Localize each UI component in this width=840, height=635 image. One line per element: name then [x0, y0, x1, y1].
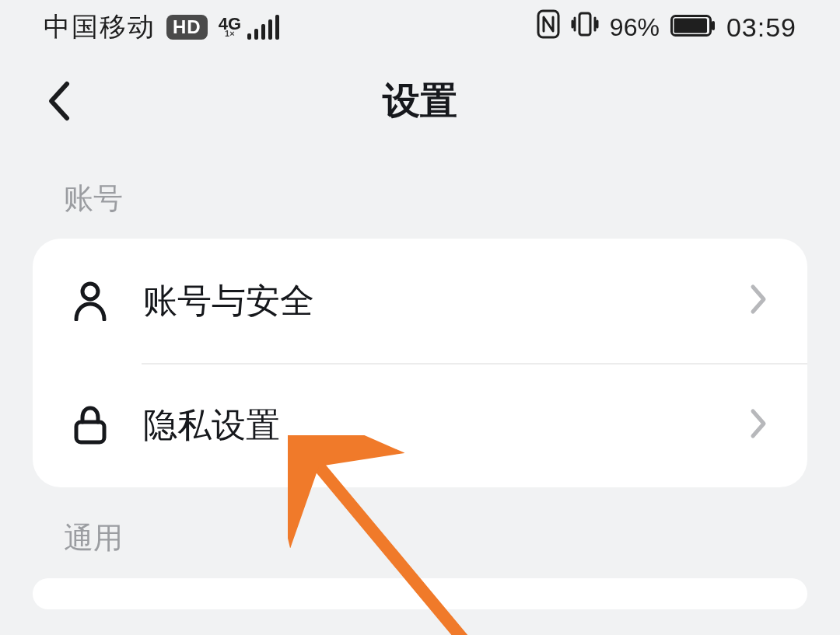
signal-strength-icon — [247, 15, 279, 40]
clock: 03:59 — [726, 12, 796, 43]
svg-rect-6 — [76, 422, 104, 442]
network-type-bottom: 1× — [225, 30, 235, 37]
card-general — [33, 578, 807, 609]
status-bar: 中国移动 HD 4G 1× 96% — [0, 0, 840, 54]
vibrate-icon — [571, 10, 599, 44]
section-header-account: 账号 — [33, 148, 807, 239]
carrier-label: 中国移动 — [44, 9, 156, 45]
back-button[interactable] — [34, 76, 84, 126]
card-account: 账号与安全 隐私设置 — [33, 239, 807, 487]
user-icon — [68, 279, 112, 323]
row-label-privacy-settings: 隐私设置 — [143, 403, 750, 448]
chevron-right-icon — [750, 408, 772, 442]
section-account: 账号 账号与安全 隐私设置 — [0, 148, 840, 487]
title-bar: 设置 — [0, 54, 840, 148]
row-privacy-settings[interactable]: 隐私设置 — [33, 363, 807, 487]
svg-rect-3 — [674, 18, 707, 33]
section-general: 通用 — [0, 487, 840, 609]
hd-badge: HD — [166, 15, 208, 40]
lock-icon — [68, 403, 112, 447]
battery-icon — [670, 12, 716, 43]
row-label-account-security: 账号与安全 — [143, 278, 750, 324]
chevron-left-icon — [45, 79, 73, 123]
section-header-general: 通用 — [33, 487, 807, 578]
status-bar-right: 96% 03:59 — [537, 9, 796, 45]
nfc-icon — [537, 9, 560, 45]
chevron-right-icon — [750, 284, 772, 318]
network-type-badge: 4G 1× — [219, 17, 241, 37]
svg-point-5 — [82, 284, 98, 299]
page-title: 设置 — [383, 76, 457, 126]
svg-rect-1 — [579, 13, 590, 35]
row-account-security[interactable]: 账号与安全 — [33, 239, 807, 363]
svg-rect-4 — [712, 21, 715, 30]
status-bar-left: 中国移动 HD 4G 1× — [44, 9, 279, 45]
battery-percent: 96% — [610, 13, 660, 42]
